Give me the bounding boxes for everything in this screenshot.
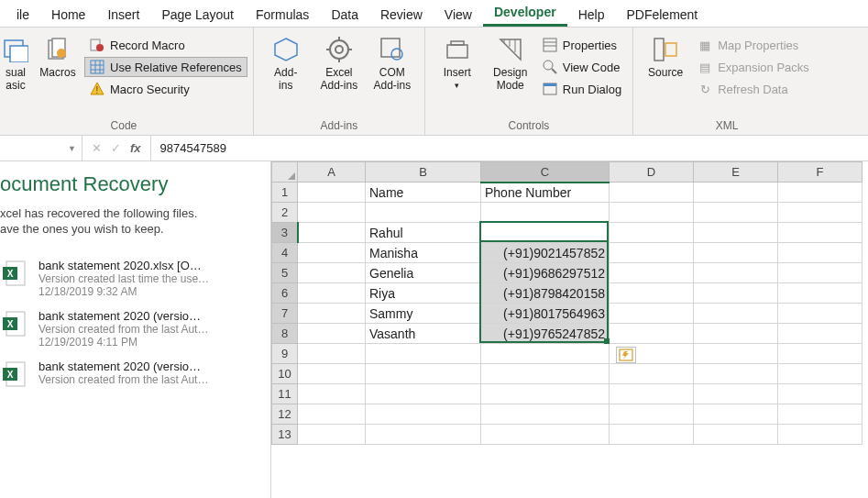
cell-F9[interactable]: [778, 344, 863, 364]
cell-E1[interactable]: [694, 183, 778, 203]
cell-E6[interactable]: [694, 283, 778, 304]
cell-B7[interactable]: Sammy: [366, 304, 481, 324]
cell-C8[interactable]: (+91)9765247852: [481, 324, 610, 344]
cell-C1[interactable]: Phone Number: [481, 183, 610, 203]
tab-help[interactable]: Help: [567, 3, 616, 27]
cell-F5[interactable]: [778, 263, 863, 283]
row-header-13[interactable]: 13: [272, 425, 298, 445]
cell-C9[interactable]: [481, 344, 610, 364]
row-header-6[interactable]: 6: [272, 283, 298, 304]
col-header-C[interactable]: C: [481, 162, 610, 183]
cell-F1[interactable]: [778, 183, 863, 203]
row-header-8[interactable]: 8: [272, 324, 298, 344]
cell-B4[interactable]: Manisha: [366, 243, 481, 263]
cell-D4[interactable]: [610, 243, 694, 263]
cell-C6[interactable]: (+91)8798420158: [481, 283, 610, 304]
tab-review[interactable]: Review: [369, 3, 434, 27]
row-header-3[interactable]: 3: [272, 223, 298, 243]
cell-B3[interactable]: Rahul: [366, 223, 481, 243]
cell-E5[interactable]: [694, 263, 778, 283]
cell-D10[interactable]: [610, 364, 694, 384]
cell-C11[interactable]: [481, 384, 610, 404]
fx-icon[interactable]: fx: [130, 141, 141, 155]
row-header-7[interactable]: 7: [272, 304, 298, 324]
cell-B8[interactable]: Vasanth: [366, 324, 481, 344]
insert-control-button[interactable]: Insert ▾: [431, 31, 484, 94]
cell-F6[interactable]: [778, 283, 863, 304]
cell-D7[interactable]: [610, 304, 694, 324]
tab-insert[interactable]: Insert: [96, 3, 150, 27]
macro-security-button[interactable]: ! Macro Security: [84, 79, 247, 99]
record-macro-button[interactable]: Record Macro: [84, 35, 247, 55]
cell-C13[interactable]: [481, 425, 610, 445]
select-all-corner[interactable]: [272, 162, 298, 183]
cell-E9[interactable]: [694, 344, 778, 364]
tab-view[interactable]: View: [434, 3, 483, 27]
cell-E10[interactable]: [694, 364, 778, 384]
macros-button[interactable]: Macros: [31, 31, 84, 83]
cell-A8[interactable]: [298, 324, 366, 344]
tab-home[interactable]: Home: [40, 3, 96, 27]
worksheet-grid[interactable]: ABCDEF1NamePhone Number23Rahul(+91)98745…: [271, 161, 868, 498]
cell-A11[interactable]: [298, 384, 366, 404]
col-header-B[interactable]: B: [366, 162, 481, 183]
cell-F3[interactable]: [778, 223, 863, 243]
cell-D6[interactable]: [610, 283, 694, 304]
row-header-5[interactable]: 5: [272, 263, 298, 283]
cell-F8[interactable]: [778, 324, 863, 344]
recovery-file-item[interactable]: X bank statement 2020 (versio… Version c…: [0, 304, 261, 354]
row-header-10[interactable]: 10: [272, 364, 298, 384]
cell-B6[interactable]: Riya: [366, 283, 481, 304]
cell-B5[interactable]: Genelia: [366, 263, 481, 283]
cell-F2[interactable]: [778, 203, 863, 223]
cell-A6[interactable]: [298, 283, 366, 304]
com-addins-button[interactable]: COM Add-ins: [366, 31, 419, 95]
cancel-icon[interactable]: ✕: [92, 141, 102, 155]
row-header-2[interactable]: 2: [272, 203, 298, 223]
quick-analysis-icon[interactable]: [616, 347, 636, 363]
cell-E2[interactable]: [694, 203, 778, 223]
tab-file[interactable]: ile: [5, 3, 40, 27]
row-header-9[interactable]: 9: [272, 344, 298, 364]
cell-B2[interactable]: [366, 203, 481, 223]
tab-formulas[interactable]: Formulas: [245, 3, 320, 27]
cell-A10[interactable]: [298, 364, 366, 384]
visual-basic-button[interactable]: sual asic: [0, 31, 31, 95]
cell-E7[interactable]: [694, 304, 778, 324]
cell-A9[interactable]: [298, 344, 366, 364]
cell-D12[interactable]: [610, 404, 694, 425]
row-header-11[interactable]: 11: [272, 384, 298, 404]
row-header-12[interactable]: 12: [272, 404, 298, 425]
name-box[interactable]: ▼: [0, 136, 82, 160]
cell-D3[interactable]: [610, 223, 694, 243]
tab-developer[interactable]: Developer: [483, 0, 567, 27]
tab-data[interactable]: Data: [320, 3, 369, 27]
addins-button[interactable]: Add- ins: [259, 31, 313, 95]
cell-A3[interactable]: [298, 223, 366, 243]
cell-D8[interactable]: [610, 324, 694, 344]
cell-E4[interactable]: [694, 243, 778, 263]
cell-A4[interactable]: [298, 243, 366, 263]
cell-F10[interactable]: [778, 364, 863, 384]
cell-E12[interactable]: [694, 404, 778, 425]
cell-B1[interactable]: Name: [366, 183, 481, 203]
cell-A1[interactable]: [298, 183, 366, 203]
tab-page-layout[interactable]: Page Layout: [150, 3, 245, 27]
cell-C3[interactable]: (+91)9874547589: [481, 223, 610, 243]
cell-B12[interactable]: [366, 404, 481, 425]
run-dialog-button[interactable]: Run Dialog: [537, 79, 627, 99]
enter-icon[interactable]: ✓: [111, 141, 121, 155]
cell-F12[interactable]: [778, 404, 863, 425]
cell-B10[interactable]: [366, 364, 481, 384]
source-button[interactable]: Source: [639, 31, 692, 83]
row-header-4[interactable]: 4: [272, 243, 298, 263]
cell-E11[interactable]: [694, 384, 778, 404]
tab-pdfelement[interactable]: PDFelement: [615, 3, 709, 27]
cell-B13[interactable]: [366, 425, 481, 445]
cell-F4[interactable]: [778, 243, 863, 263]
cell-C2[interactable]: [481, 203, 610, 223]
use-relative-references-button[interactable]: Use Relative References: [84, 57, 247, 77]
formula-input[interactable]: 9874547589: [151, 141, 236, 155]
cell-D5[interactable]: [610, 263, 694, 283]
cell-E3[interactable]: [694, 223, 778, 243]
